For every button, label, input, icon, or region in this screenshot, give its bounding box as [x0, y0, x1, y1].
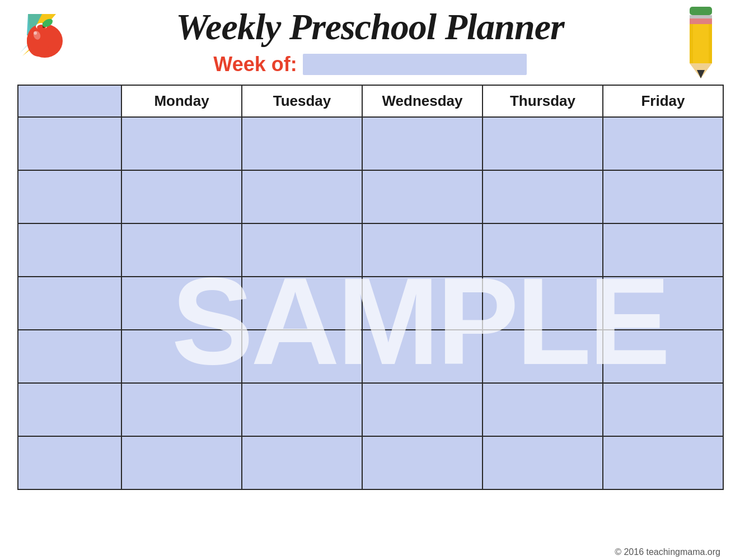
row-label-cell[interactable] — [18, 277, 121, 330]
pencil-icon — [678, 6, 723, 50]
row-label-cell[interactable] — [18, 330, 121, 383]
planner-table-wrapper: Monday Tuesday Wednesday Thursday Friday… — [17, 85, 723, 544]
planner-cell[interactable] — [121, 117, 242, 170]
page: Weekly Preschool Planner — [0, 0, 740, 560]
planner-cell[interactable] — [603, 117, 723, 170]
header: Weekly Preschool Planner — [0, 0, 740, 85]
planner-cell[interactable] — [362, 383, 483, 436]
planner-cell[interactable] — [362, 436, 483, 489]
svg-point-9 — [34, 31, 37, 35]
planner-cell[interactable] — [121, 436, 242, 489]
row-label-cell[interactable] — [18, 223, 121, 277]
table-row — [18, 277, 723, 330]
col-header-tuesday: Tuesday — [242, 85, 362, 117]
title-row: Weekly Preschool Planner — [0, 6, 740, 48]
planner-cell[interactable] — [603, 277, 723, 330]
col-header-friday: Friday — [603, 85, 723, 117]
planner-cell[interactable] — [362, 277, 483, 330]
planner-cell[interactable] — [242, 383, 362, 436]
row-label-cell[interactable] — [18, 170, 121, 223]
svg-rect-12 — [690, 18, 712, 24]
planner-cell[interactable] — [362, 117, 483, 170]
planner-cell[interactable] — [242, 436, 362, 489]
week-of-row: Week of: — [213, 53, 526, 76]
planner-cell[interactable] — [603, 170, 723, 223]
planner-cell[interactable] — [121, 223, 242, 277]
row-label-cell[interactable] — [18, 117, 121, 170]
planner-cell[interactable] — [242, 223, 362, 277]
svg-rect-17 — [709, 24, 712, 63]
planner-cell[interactable] — [362, 223, 483, 277]
planner-cell[interactable] — [121, 277, 242, 330]
planner-cell[interactable] — [603, 330, 723, 383]
table-row — [18, 223, 723, 277]
svg-rect-10 — [690, 7, 712, 15]
col-header-thursday: Thursday — [483, 85, 603, 117]
table-row — [18, 170, 723, 223]
planner-cell[interactable] — [242, 170, 362, 223]
col-header-wednesday: Wednesday — [362, 85, 483, 117]
planner-cell[interactable] — [483, 277, 603, 330]
planner-cell[interactable] — [121, 383, 242, 436]
planner-cell[interactable] — [603, 383, 723, 436]
week-of-input[interactable] — [303, 54, 527, 75]
svg-point-3 — [27, 25, 49, 57]
footer: © 2016 teachingmama.org — [0, 544, 740, 560]
planner-cell[interactable] — [483, 223, 603, 277]
planner-cell[interactable] — [242, 330, 362, 383]
svg-rect-11 — [690, 15, 712, 18]
table-row — [18, 117, 723, 170]
page-title: Weekly Preschool Planner — [81, 6, 659, 48]
apple-icon — [11, 3, 73, 64]
row-label-cell[interactable] — [18, 436, 121, 489]
week-of-label: Week of: — [213, 53, 297, 76]
col-header-monday: Monday — [121, 85, 242, 117]
copyright-text: © 2016 teachingmama.org — [615, 547, 720, 557]
table-row — [18, 383, 723, 436]
planner-cell[interactable] — [483, 436, 603, 489]
planner-cell[interactable] — [362, 330, 483, 383]
planner-cell[interactable] — [483, 383, 603, 436]
svg-rect-16 — [690, 24, 693, 63]
planner-cell[interactable] — [121, 330, 242, 383]
table-row — [18, 330, 723, 383]
planner-cell[interactable] — [362, 170, 483, 223]
row-label-cell[interactable] — [18, 383, 121, 436]
planner-cell[interactable] — [242, 277, 362, 330]
planner-cell[interactable] — [121, 170, 242, 223]
planner-cell[interactable] — [242, 117, 362, 170]
table-header-row: Monday Tuesday Wednesday Thursday Friday — [18, 85, 723, 117]
planner-cell[interactable] — [483, 330, 603, 383]
planner-cell[interactable] — [603, 436, 723, 489]
planner-cell[interactable] — [603, 223, 723, 277]
planner-cell[interactable] — [483, 117, 603, 170]
table-row — [18, 436, 723, 489]
planner-table: Monday Tuesday Wednesday Thursday Friday — [17, 85, 724, 490]
col-header-label — [18, 85, 121, 117]
planner-cell[interactable] — [483, 170, 603, 223]
